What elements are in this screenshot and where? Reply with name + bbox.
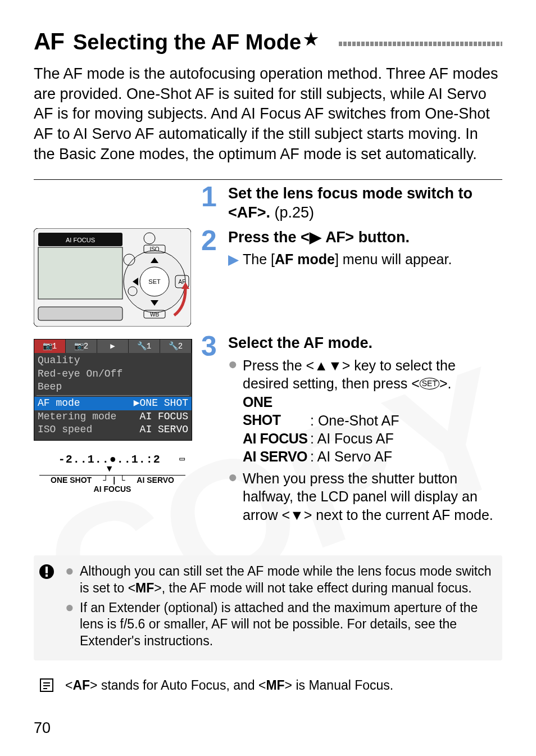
- svg-rect-24: [46, 574, 48, 577]
- heading-prefix: AF: [34, 28, 64, 55]
- menu-row: Red-eye On/Off: [38, 368, 188, 381]
- heading-rule: [339, 42, 502, 46]
- page-title: Selecting the AF Mode★: [73, 30, 319, 55]
- lcd-illustration: -2..1..●..1.:2 ▭ ▼ ONE SHOT ┘ | └ AI SER…: [39, 453, 185, 494]
- mode-glyph: AI FOCUS: [243, 429, 310, 448]
- set-button-icon: SET: [420, 378, 439, 389]
- menu-row: Metering mode AI FOCUS: [38, 410, 188, 424]
- svg-text:WB: WB: [150, 311, 159, 318]
- menu-tab: ▶: [97, 339, 129, 353]
- updown-arrow-icon: ▲▼: [314, 357, 342, 373]
- menu-tab: 📷2: [66, 339, 97, 353]
- battery-icon: ▭: [179, 453, 185, 464]
- menu-tab: 📷1: [34, 339, 66, 353]
- warning-item: ● If an Extender (optional) is attached …: [65, 600, 493, 649]
- step2-headline: Press the <▶ AF> button.: [228, 228, 502, 247]
- warning-item: ● Although you can still set the AF mode…: [65, 563, 493, 596]
- step3-bullet: ● Press the <▲▼> key to select the desir…: [228, 356, 502, 466]
- dot-bullet-icon: ●: [228, 356, 237, 466]
- svg-text:SET: SET: [148, 278, 161, 285]
- menu-row: Quality: [38, 354, 188, 368]
- svg-text:ISO: ISO: [149, 246, 159, 252]
- step-number: 1: [201, 184, 224, 223]
- step1-headline: Set the lens focus mode switch to <AF>. …: [228, 184, 502, 223]
- warning-note: ● Although you can still set the AF mode…: [34, 555, 502, 660]
- svg-rect-23: [46, 567, 48, 573]
- menu-row: Beep: [38, 381, 188, 394]
- svg-text:AI FOCUS: AI FOCUS: [66, 237, 95, 243]
- right-arrow-icon: ▶: [310, 229, 321, 246]
- lcd-label: ONE SHOT: [51, 476, 92, 485]
- menu-screenshot: 📷1 📷2 ▶ 🔧1 🔧2 Quality Red-eye On/Off Bee…: [34, 339, 192, 441]
- mode-glyph: ONE SHOT: [243, 393, 310, 429]
- down-arrow-icon: ▼: [105, 464, 114, 473]
- lcd-label: AI FOCUS: [39, 485, 185, 494]
- camera-top-illustration: AI FOCUS SET ISO WB: [34, 228, 191, 327]
- arrow-bullet-icon: ▶: [228, 250, 237, 269]
- dot-bullet-icon: ●: [228, 469, 237, 524]
- menu-row: ISO speed AI SERVO: [38, 423, 188, 437]
- down-arrow-icon: ▼: [290, 507, 304, 523]
- menu-tab: 🔧2: [160, 339, 192, 353]
- info-note: <AF> stands for Auto Focus, and <MF> is …: [34, 672, 502, 700]
- dot-bullet-icon: ●: [65, 563, 74, 596]
- svg-rect-4: [38, 247, 122, 299]
- menu-tab: 🔧1: [129, 339, 160, 353]
- page-number: 70: [34, 719, 51, 737]
- step-number: 2: [201, 228, 224, 272]
- divider: [34, 179, 502, 180]
- star-icon: ★: [303, 30, 319, 48]
- step3-headline: Select the AF mode.: [228, 334, 502, 353]
- step2-bullet: ▶ The [AF mode] menu will appear.: [228, 250, 502, 269]
- intro-paragraph: The AF mode is the autofocusing operatio…: [34, 64, 502, 164]
- svg-rect-5: [38, 307, 122, 320]
- warning-icon: [37, 563, 56, 653]
- dot-bullet-icon: ●: [65, 600, 74, 649]
- info-item: <AF> stands for Auto Focus, and <MF> is …: [65, 677, 493, 694]
- menu-row-selected: AF mode ▶ONE SHOT: [34, 397, 192, 410]
- step-number: 3: [201, 334, 224, 527]
- mode-glyph: AI SERVO: [243, 447, 310, 466]
- step3-bullet: ● When you press the shutter button half…: [228, 469, 502, 524]
- note-icon: [37, 677, 56, 697]
- lcd-label: AI SERVO: [137, 476, 174, 485]
